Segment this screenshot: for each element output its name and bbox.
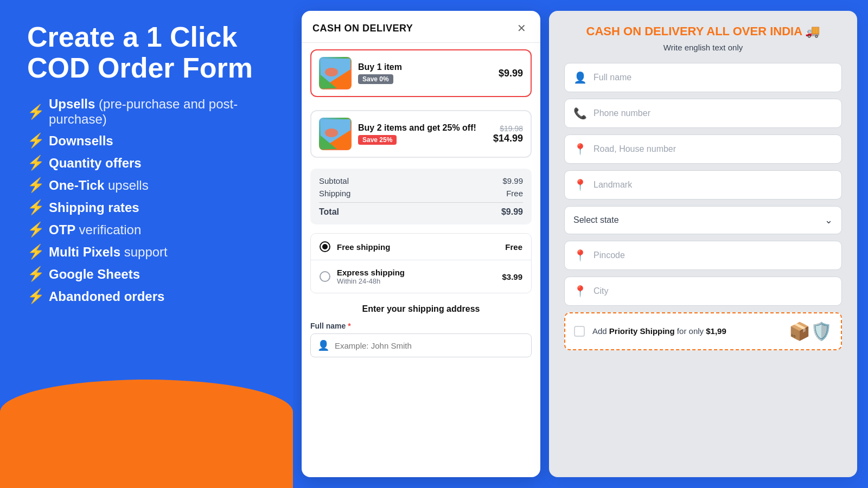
product-card-2[interactable]: Buy 2 items and get 25% off! Save 25% $1… bbox=[310, 110, 532, 158]
subtotal-value: $9.99 bbox=[502, 176, 523, 185]
modal-header: CASH ON DELIVERY ✕ bbox=[302, 11, 540, 43]
total-value: $9.99 bbox=[501, 207, 523, 217]
shipping-express-sub: Within 24-48h bbox=[337, 277, 495, 285]
right-city-field[interactable]: 📍 City bbox=[564, 277, 842, 306]
main-title: Create a 1 Click COD Order Form bbox=[27, 22, 271, 84]
shipping-option-express[interactable]: Express shipping Within 24-48h $3.99 bbox=[311, 260, 531, 293]
radio-express[interactable] bbox=[320, 271, 330, 282]
cod-india-title: CASH ON DELIVERY ALL OVER INDIA 🚚 bbox=[564, 24, 842, 40]
shipping-express-price: $3.99 bbox=[502, 272, 522, 281]
location-icon: 📍 bbox=[573, 285, 587, 298]
modal-title: CASH ON DELIVERY bbox=[312, 23, 413, 34]
shipping-label: Shipping bbox=[319, 189, 350, 198]
chevron-down-icon: ⌄ bbox=[825, 214, 833, 226]
feature-shipping-rates: ⚡ Shipping rates bbox=[27, 199, 271, 216]
order-summary: Subtotal $9.99 Shipping Free Total $9.99 bbox=[310, 169, 532, 224]
feature-label: OTP verification bbox=[49, 222, 141, 237]
shipping-free-price: Free bbox=[505, 242, 522, 252]
right-fullname-field[interactable]: 👤 Full name bbox=[564, 63, 842, 92]
cod-modal: CASH ON DELIVERY ✕ Buy 1 item Save 0% $9… bbox=[302, 11, 540, 477]
priority-shipping-box[interactable]: Add Priority Shipping for only $1,99 📦🛡️ bbox=[564, 312, 842, 350]
person-icon: 👤 bbox=[573, 71, 587, 84]
location-icon: 📍 bbox=[573, 178, 587, 191]
feature-label: Quantity offers bbox=[49, 156, 142, 171]
box-shield-icon: 📦🛡️ bbox=[789, 321, 832, 342]
feature-label: Google Sheets bbox=[49, 267, 140, 282]
price-final-1: $9.99 bbox=[499, 68, 523, 79]
bolt-icon: ⚡ bbox=[27, 288, 44, 305]
feature-label: Multi Pixels support bbox=[49, 245, 168, 260]
bolt-icon: ⚡ bbox=[27, 243, 44, 260]
close-button[interactable]: ✕ bbox=[514, 21, 529, 36]
bolt-icon: ⚡ bbox=[27, 104, 44, 120]
right-phone-field[interactable]: 📞 Phone number bbox=[564, 99, 842, 128]
full-name-input-row[interactable]: 👤 bbox=[310, 333, 532, 357]
feature-upsells: ⚡ Upsells (pre-purchase and post-purchas… bbox=[27, 97, 271, 127]
state-select-label: Select state bbox=[573, 215, 818, 225]
save-badge-1: Save 0% bbox=[358, 74, 393, 84]
state-select[interactable]: Select state ⌄ bbox=[564, 206, 842, 234]
feature-list: ⚡ Upsells (pre-purchase and post-purchas… bbox=[27, 97, 271, 305]
full-name-input[interactable] bbox=[335, 341, 525, 350]
right-city-placeholder: City bbox=[593, 286, 833, 296]
priority-checkbox[interactable] bbox=[574, 326, 585, 337]
product-info-1: Buy 1 item Save 0% bbox=[358, 62, 492, 84]
product-image-1 bbox=[319, 57, 352, 89]
right-fullname-placeholder: Full name bbox=[593, 73, 833, 82]
feature-label: Abandoned orders bbox=[49, 289, 164, 304]
svg-point-7 bbox=[325, 129, 338, 137]
save-badge-2: Save 25% bbox=[358, 135, 397, 145]
product-name-1: Buy 1 item bbox=[358, 62, 492, 72]
feature-google-sheets: ⚡ Google Sheets bbox=[27, 266, 271, 282]
shipping-option-free[interactable]: Free shipping Free bbox=[311, 234, 531, 260]
address-form: Enter your shipping address Full name * … bbox=[302, 298, 540, 364]
product-price-2: $19.98 $14.99 bbox=[493, 124, 523, 144]
right-panel: CASH ON DELIVERY ALL OVER INDIA 🚚 Write … bbox=[549, 11, 857, 477]
shipping-value: Free bbox=[506, 189, 523, 198]
product-image-2 bbox=[319, 118, 352, 150]
right-road-placeholder: Road, House number bbox=[593, 144, 833, 154]
right-pincode-field[interactable]: 📍 Pincode bbox=[564, 241, 842, 270]
radio-free[interactable] bbox=[320, 241, 330, 252]
feature-quantity: ⚡ Quantity offers bbox=[27, 155, 271, 171]
bolt-icon: ⚡ bbox=[27, 132, 44, 149]
feature-abandoned: ⚡ Abandoned orders bbox=[27, 288, 271, 305]
feature-multipixels: ⚡ Multi Pixels support bbox=[27, 243, 271, 260]
bolt-icon: ⚡ bbox=[27, 177, 44, 194]
location-icon: 📍 bbox=[573, 143, 587, 156]
bolt-icon: ⚡ bbox=[27, 199, 44, 216]
right-landmark-field[interactable]: 📍 Landmark bbox=[564, 170, 842, 200]
priority-text: Add Priority Shipping for only $1,99 bbox=[592, 326, 781, 336]
shipping-free-info: Free shipping bbox=[337, 242, 499, 252]
product-price-1: $9.99 bbox=[499, 68, 523, 79]
feature-otp: ⚡ OTP verification bbox=[27, 221, 271, 238]
feature-downsells: ⚡ Downsells bbox=[27, 132, 271, 149]
price-final-2: $14.99 bbox=[493, 133, 523, 144]
product-card-1[interactable]: Buy 1 item Save 0% $9.99 bbox=[310, 49, 532, 97]
price-original-2: $19.98 bbox=[493, 124, 523, 133]
shipping-free-name: Free shipping bbox=[337, 242, 499, 252]
subtotal-label: Subtotal bbox=[319, 176, 349, 185]
shipping-options: Free shipping Free Express shipping With… bbox=[310, 233, 532, 293]
feature-onetick: ⚡ One-Tick upsells bbox=[27, 177, 271, 194]
product-name-2: Buy 2 items and get 25% off! bbox=[358, 123, 487, 133]
shipping-row: Shipping Free bbox=[319, 189, 523, 198]
subtotal-row: Subtotal $9.99 bbox=[319, 176, 523, 185]
right-landmark-placeholder: Landmark bbox=[593, 180, 833, 190]
feature-label: Upsells (pre-purchase and post-purchase) bbox=[49, 97, 271, 127]
right-phone-placeholder: Phone number bbox=[593, 108, 833, 118]
cod-subtitle: Write english text only bbox=[564, 43, 842, 52]
product-info-2: Buy 2 items and get 25% off! Save 25% bbox=[358, 123, 487, 145]
address-title: Enter your shipping address bbox=[310, 304, 532, 314]
left-panel: Create a 1 Click COD Order Form ⚡ Upsell… bbox=[0, 0, 293, 488]
shipping-express-name: Express shipping bbox=[337, 268, 495, 277]
feature-label: One-Tick upsells bbox=[49, 178, 149, 193]
bolt-icon: ⚡ bbox=[27, 155, 44, 171]
feature-label: Downsells bbox=[49, 133, 113, 149]
bolt-icon: ⚡ bbox=[27, 221, 44, 238]
full-name-label: Full name * bbox=[310, 322, 532, 330]
total-row: Total $9.99 bbox=[319, 202, 523, 217]
right-road-field[interactable]: 📍 Road, House number bbox=[564, 134, 842, 164]
right-pincode-placeholder: Pincode bbox=[593, 251, 833, 260]
shipping-express-info: Express shipping Within 24-48h bbox=[337, 268, 495, 285]
